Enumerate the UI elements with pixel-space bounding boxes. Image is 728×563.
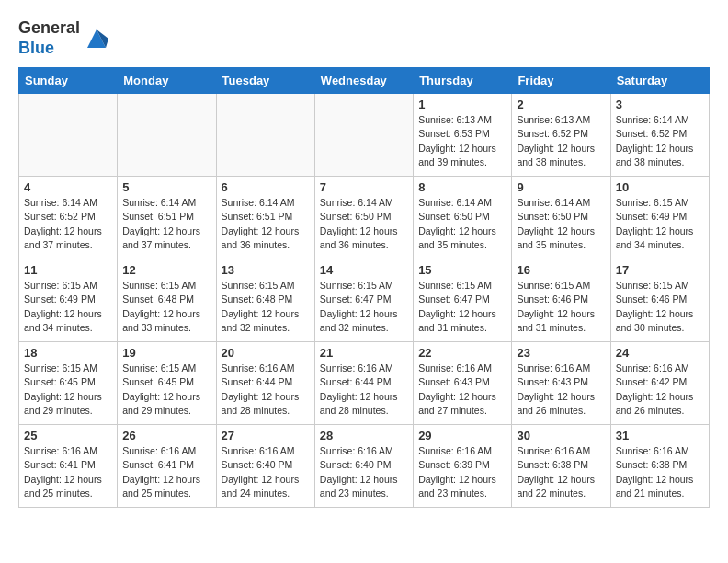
calendar-cell: 3Sunrise: 6:14 AMSunset: 6:52 PMDaylight… [610,94,709,177]
logo: General Blue [18,18,110,58]
calendar-cell: 8Sunrise: 6:14 AMSunset: 6:50 PMDaylight… [414,177,512,259]
calendar-cell: 9Sunrise: 6:14 AMSunset: 6:50 PMDaylight… [512,177,610,259]
day-number: 9 [517,180,605,194]
day-info: Sunrise: 6:16 AMSunset: 6:43 PMDaylight:… [517,362,605,418]
day-number: 6 [222,180,310,194]
calendar-cell: 7Sunrise: 6:14 AMSunset: 6:50 PMDaylight… [314,177,413,259]
day-number: 28 [320,429,408,442]
calendar-cell [216,94,314,177]
calendar-cell: 26Sunrise: 6:16 AMSunset: 6:41 PMDayligh… [118,425,216,508]
day-info: Sunrise: 6:16 AMSunset: 6:44 PMDaylight:… [222,362,310,418]
calendar-cell [19,94,118,177]
day-number: 26 [122,429,210,442]
weekday-header-monday: Monday [118,68,216,94]
calendar-week-4: 18Sunrise: 6:15 AMSunset: 6:45 PMDayligh… [19,342,710,425]
calendar-cell [118,94,216,177]
day-info: Sunrise: 6:15 AMSunset: 6:46 PMDaylight:… [616,279,704,335]
calendar-cell: 17Sunrise: 6:15 AMSunset: 6:46 PMDayligh… [610,259,709,342]
calendar-cell: 15Sunrise: 6:15 AMSunset: 6:47 PMDayligh… [414,259,512,342]
day-number: 29 [418,429,506,442]
calendar-cell: 28Sunrise: 6:16 AMSunset: 6:40 PMDayligh… [314,425,413,508]
day-number: 14 [320,263,408,277]
day-number: 4 [24,180,112,194]
calendar-cell: 27Sunrise: 6:16 AMSunset: 6:40 PMDayligh… [216,425,314,508]
day-number: 18 [24,346,112,360]
weekday-header-sunday: Sunday [19,68,118,94]
day-info: Sunrise: 6:14 AMSunset: 6:51 PMDaylight:… [122,196,210,252]
calendar-cell: 22Sunrise: 6:16 AMSunset: 6:43 PMDayligh… [414,342,512,425]
day-number: 5 [122,180,210,194]
calendar-week-1: 1Sunrise: 6:13 AMSunset: 6:53 PMDaylight… [19,94,710,177]
day-info: Sunrise: 6:13 AMSunset: 6:52 PMDaylight:… [517,113,605,169]
calendar-cell: 30Sunrise: 6:16 AMSunset: 6:38 PMDayligh… [512,425,610,508]
day-info: Sunrise: 6:16 AMSunset: 6:40 PMDaylight:… [320,444,408,500]
calendar-week-2: 4Sunrise: 6:14 AMSunset: 6:52 PMDaylight… [19,177,710,259]
calendar-cell: 23Sunrise: 6:16 AMSunset: 6:43 PMDayligh… [512,342,610,425]
calendar-cell: 16Sunrise: 6:15 AMSunset: 6:46 PMDayligh… [512,259,610,342]
day-info: Sunrise: 6:14 AMSunset: 6:50 PMDaylight:… [320,196,408,252]
weekday-header-tuesday: Tuesday [216,68,314,94]
day-number: 22 [418,346,506,360]
calendar-cell: 13Sunrise: 6:15 AMSunset: 6:48 PMDayligh… [216,259,314,342]
day-info: Sunrise: 6:15 AMSunset: 6:45 PMDaylight:… [122,362,210,418]
day-info: Sunrise: 6:16 AMSunset: 6:43 PMDaylight:… [418,362,506,418]
weekday-header-wednesday: Wednesday [314,68,413,94]
day-info: Sunrise: 6:13 AMSunset: 6:53 PMDaylight:… [418,113,506,169]
calendar-cell: 31Sunrise: 6:16 AMSunset: 6:38 PMDayligh… [610,425,709,508]
logo-text: General Blue [18,18,80,58]
calendar-cell: 10Sunrise: 6:15 AMSunset: 6:49 PMDayligh… [610,177,709,259]
day-info: Sunrise: 6:14 AMSunset: 6:52 PMDaylight:… [24,196,112,252]
calendar-cell: 18Sunrise: 6:15 AMSunset: 6:45 PMDayligh… [19,342,118,425]
weekday-header-saturday: Saturday [610,68,709,94]
logo-icon [83,25,110,52]
day-info: Sunrise: 6:16 AMSunset: 6:38 PMDaylight:… [517,444,605,500]
calendar-cell: 19Sunrise: 6:15 AMSunset: 6:45 PMDayligh… [118,342,216,425]
calendar-week-3: 11Sunrise: 6:15 AMSunset: 6:49 PMDayligh… [19,259,710,342]
day-info: Sunrise: 6:16 AMSunset: 6:39 PMDaylight:… [418,444,506,500]
calendar-cell: 21Sunrise: 6:16 AMSunset: 6:44 PMDayligh… [314,342,413,425]
weekday-header-thursday: Thursday [414,68,512,94]
day-number: 31 [616,429,704,442]
calendar-cell: 11Sunrise: 6:15 AMSunset: 6:49 PMDayligh… [19,259,118,342]
calendar-cell: 12Sunrise: 6:15 AMSunset: 6:48 PMDayligh… [118,259,216,342]
day-info: Sunrise: 6:15 AMSunset: 6:47 PMDaylight:… [320,279,408,335]
calendar-cell: 2Sunrise: 6:13 AMSunset: 6:52 PMDaylight… [512,94,610,177]
day-number: 23 [517,346,605,360]
day-number: 17 [616,263,704,277]
day-info: Sunrise: 6:16 AMSunset: 6:44 PMDaylight:… [320,362,408,418]
day-number: 11 [24,263,112,277]
day-info: Sunrise: 6:15 AMSunset: 6:47 PMDaylight:… [418,279,506,335]
day-number: 20 [222,346,310,360]
calendar-cell: 1Sunrise: 6:13 AMSunset: 6:53 PMDaylight… [414,94,512,177]
day-info: Sunrise: 6:16 AMSunset: 6:41 PMDaylight:… [122,444,210,500]
day-number: 8 [418,180,506,194]
calendar-cell [314,94,413,177]
day-info: Sunrise: 6:16 AMSunset: 6:38 PMDaylight:… [616,444,704,500]
day-number: 13 [222,263,310,277]
day-info: Sunrise: 6:15 AMSunset: 6:49 PMDaylight:… [24,279,112,335]
day-number: 15 [418,263,506,277]
day-info: Sunrise: 6:14 AMSunset: 6:50 PMDaylight:… [517,196,605,252]
calendar-week-5: 25Sunrise: 6:16 AMSunset: 6:41 PMDayligh… [19,425,710,508]
weekday-header-friday: Friday [512,68,610,94]
day-info: Sunrise: 6:15 AMSunset: 6:45 PMDaylight:… [24,362,112,418]
day-info: Sunrise: 6:16 AMSunset: 6:40 PMDaylight:… [222,444,310,500]
day-number: 27 [222,429,310,442]
calendar-cell: 14Sunrise: 6:15 AMSunset: 6:47 PMDayligh… [314,259,413,342]
day-info: Sunrise: 6:16 AMSunset: 6:41 PMDaylight:… [24,444,112,500]
calendar-cell: 20Sunrise: 6:16 AMSunset: 6:44 PMDayligh… [216,342,314,425]
day-number: 7 [320,180,408,194]
day-number: 10 [616,180,704,194]
day-info: Sunrise: 6:14 AMSunset: 6:50 PMDaylight:… [418,196,506,252]
day-info: Sunrise: 6:15 AMSunset: 6:48 PMDaylight:… [122,279,210,335]
day-info: Sunrise: 6:14 AMSunset: 6:51 PMDaylight:… [222,196,310,252]
day-info: Sunrise: 6:15 AMSunset: 6:48 PMDaylight:… [222,279,310,335]
page-header: General Blue [18,18,710,58]
day-info: Sunrise: 6:15 AMSunset: 6:46 PMDaylight:… [517,279,605,335]
weekday-header-row: SundayMondayTuesdayWednesdayThursdayFrid… [19,68,710,94]
logo-blue-text: Blue [18,39,54,57]
calendar-cell: 25Sunrise: 6:16 AMSunset: 6:41 PMDayligh… [19,425,118,508]
day-number: 30 [517,429,605,442]
day-number: 3 [616,98,704,111]
day-number: 1 [418,98,506,111]
